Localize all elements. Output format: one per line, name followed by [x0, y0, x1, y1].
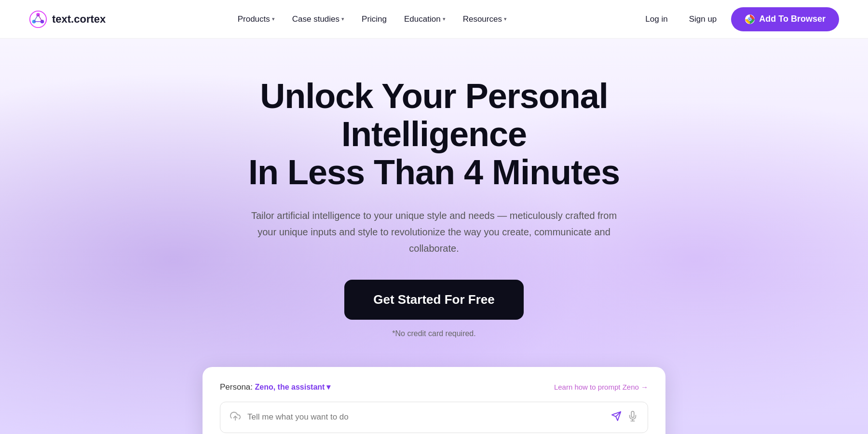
svg-line-4 [38, 14, 42, 21]
demo-input-actions [611, 411, 638, 424]
chat-input[interactable] [247, 412, 604, 422]
education-chevron-icon: ▾ [443, 16, 446, 22]
products-chevron-icon: ▾ [272, 16, 275, 22]
persona-chevron-icon: ▾ [326, 382, 330, 392]
send-button[interactable] [611, 411, 622, 424]
persona-selector[interactable]: Persona: Zeno, the assistant ▾ [220, 382, 330, 392]
add-to-browser-button[interactable]: Add To Browser [731, 7, 839, 31]
nav-education[interactable]: Education ▾ [397, 11, 452, 28]
svg-line-5 [34, 14, 38, 21]
logo[interactable]: text.cortex [29, 10, 106, 28]
persona-label: Persona: [220, 382, 253, 392]
logo-icon [29, 10, 47, 28]
hero-section: Unlock Your Personal Intelligence In Les… [0, 39, 868, 434]
upload-icon [230, 411, 241, 424]
persona-name[interactable]: Zeno, the assistant ▾ [255, 382, 331, 392]
hero-content: Unlock Your Personal Intelligence In Les… [193, 77, 675, 367]
nav-links: Products ▾ Case studies ▾ Pricing Educat… [231, 11, 514, 28]
nav-products[interactable]: Products ▾ [231, 11, 282, 28]
nav-resources[interactable]: Resources ▾ [456, 11, 514, 28]
signup-link[interactable]: Sign up [682, 11, 724, 28]
demo-card-header: Persona: Zeno, the assistant ▾ Learn how… [220, 382, 648, 392]
demo-card: Persona: Zeno, the assistant ▾ Learn how… [203, 367, 665, 434]
resources-chevron-icon: ▾ [504, 16, 507, 22]
mic-button[interactable] [627, 411, 638, 424]
svg-point-11 [749, 18, 751, 20]
login-link[interactable]: Log in [638, 11, 674, 28]
hero-subtitle: Tailor artificial intelligence to your u… [241, 207, 627, 257]
chrome-icon [745, 14, 755, 25]
nav-case-studies[interactable]: Case studies ▾ [285, 11, 351, 28]
nav-actions: Log in Sign up Add To Browser [638, 7, 839, 31]
hero-title: Unlock Your Personal Intelligence In Les… [212, 77, 656, 192]
get-started-button[interactable]: Get Started For Free [344, 280, 523, 320]
nav-pricing[interactable]: Pricing [355, 11, 393, 28]
learn-prompt-link[interactable]: Learn how to prompt Zeno → [554, 383, 648, 391]
navbar: text.cortex Products ▾ Case studies ▾ Pr… [0, 0, 868, 39]
logo-text: text.cortex [52, 13, 106, 26]
demo-input-wrap [220, 402, 648, 433]
case-studies-chevron-icon: ▾ [341, 16, 344, 22]
hero-note: *No credit card required. [212, 329, 656, 338]
